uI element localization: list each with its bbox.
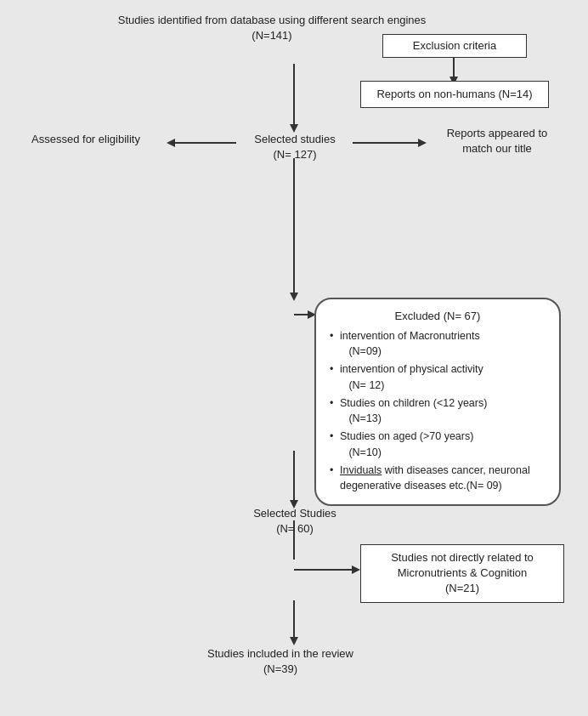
excluded-box: Excluded (N= 67) intervention of Macronu… bbox=[314, 298, 561, 506]
assessed-for-eligibility-label: Assessed for eligibility bbox=[5, 132, 167, 147]
flowchart-diagram: Studies identified from database using d… bbox=[0, 0, 588, 716]
selected-studies-2-label: Selected Studies (N= 60) bbox=[236, 506, 353, 537]
excluded-list: intervention of Macronutrients (N=09) in… bbox=[330, 328, 546, 495]
svg-marker-9 bbox=[167, 139, 175, 147]
excluded-item-5: Inviduals with diseases cancer, neuronal… bbox=[330, 463, 546, 495]
studies-included-label: Studies included in the review (N=39) bbox=[153, 646, 408, 677]
excluded-item-2: intervention of physical activity (N= 12… bbox=[330, 361, 546, 394]
excluded-item-3: Studies on children (<12 years) (N=13) bbox=[330, 395, 546, 428]
excluded-title: Excluded (N= 67) bbox=[330, 308, 546, 325]
excluded-item-1: intervention of Macronutrients (N=09) bbox=[330, 328, 546, 361]
non-humans-box: Reports on non-humans (N=14) bbox=[360, 81, 549, 108]
svg-marker-16 bbox=[352, 565, 360, 574]
selected-studies-label: Selected studies (N= 127) bbox=[236, 132, 353, 162]
excluded-item-4: Studies on aged (>70 years) (N=10) bbox=[330, 429, 546, 461]
svg-marker-18 bbox=[290, 637, 298, 645]
reports-appeared-label: Reports appeared to match our title bbox=[425, 126, 569, 156]
not-related-box: Studies not directly related to Micronut… bbox=[360, 544, 564, 603]
svg-marker-5 bbox=[290, 293, 298, 301]
exclusion-criteria-box: Exclusion criteria bbox=[382, 34, 527, 58]
